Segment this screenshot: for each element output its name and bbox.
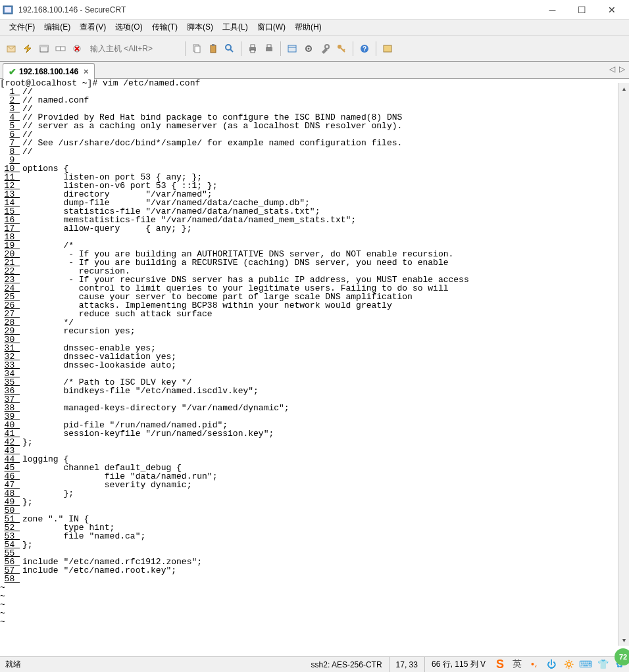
svg-line-15: [230, 49, 233, 52]
scroll-down-icon[interactable]: ▾: [618, 635, 629, 646]
separator: [241, 41, 241, 56]
find-icon[interactable]: [222, 41, 237, 56]
tabbar: ✔ 192.168.100.146 × ◁ ▷: [0, 62, 629, 79]
tab-next-icon[interactable]: ▷: [619, 64, 625, 74]
menu-tools[interactable]: 工具(L): [218, 20, 252, 34]
menu-window[interactable]: 窗口(W): [253, 20, 289, 34]
sogou-icon[interactable]: S: [493, 658, 507, 671]
svg-rect-19: [266, 47, 272, 51]
svg-rect-12: [211, 45, 216, 53]
print-icon[interactable]: [245, 41, 260, 56]
close-button[interactable]: ✕: [597, 1, 626, 19]
svg-point-24: [308, 47, 310, 49]
svg-text:?: ?: [363, 45, 366, 53]
separator: [280, 41, 281, 56]
connected-icon: ✔: [9, 66, 16, 77]
maximize-button[interactable]: ☐: [567, 1, 597, 19]
menu-transfer[interactable]: 传输(T): [148, 20, 182, 34]
help-icon[interactable]: ?: [357, 41, 372, 56]
tools-icon[interactable]: [318, 41, 332, 56]
quick-connect-icon[interactable]: [20, 41, 35, 56]
menu-options[interactable]: 选项(O): [111, 20, 146, 34]
key-icon[interactable]: [334, 41, 349, 56]
badge[interactable]: 72: [615, 648, 629, 665]
svg-rect-13: [212, 44, 214, 46]
tray-icon-2[interactable]: ⏻: [545, 658, 558, 671]
options-icon[interactable]: [285, 41, 299, 56]
separator: [353, 41, 353, 56]
copy-icon[interactable]: [189, 41, 204, 56]
menubar: 文件(F) 编辑(E) 查看(V) 选项(O) 传输(T) 脚本(S) 工具(L…: [0, 20, 629, 36]
menu-edit[interactable]: 编辑(E): [40, 20, 74, 34]
svg-rect-1: [5, 7, 11, 12]
svg-rect-5: [56, 47, 61, 51]
host-input[interactable]: [89, 43, 181, 55]
status-ready: 就绪: [5, 659, 21, 670]
svg-line-28: [343, 49, 345, 51]
svg-rect-4: [40, 45, 48, 47]
svg-rect-18: [251, 50, 255, 53]
separator: [185, 41, 186, 56]
keyboard-icon[interactable]: ⌨: [579, 658, 592, 671]
menu-help[interactable]: 帮助(H): [291, 20, 326, 34]
menu-file[interactable]: 文件(F): [5, 20, 39, 34]
print2-icon[interactable]: [262, 41, 276, 56]
tab-prev-icon[interactable]: ◁: [609, 64, 615, 74]
ime-icon[interactable]: 英: [511, 658, 524, 671]
tray-icon-3[interactable]: 🔅: [562, 658, 575, 671]
reconnect-icon[interactable]: [53, 41, 68, 56]
toolbar: ?: [0, 36, 629, 62]
svg-rect-20: [267, 45, 271, 47]
extra-icon[interactable]: [380, 41, 395, 56]
tray-icon-1[interactable]: •،: [528, 658, 541, 671]
scrollbar-vertical[interactable]: ▴ ▾: [618, 83, 629, 646]
svg-rect-21: [288, 45, 296, 52]
minimize-button[interactable]: ─: [538, 1, 567, 19]
svg-rect-6: [61, 47, 65, 51]
status-cipher: ssh2: AES-256-CTR: [305, 657, 390, 672]
connect-icon[interactable]: [4, 41, 18, 56]
app-icon: [3, 5, 13, 15]
tab-label: 192.168.100.146: [19, 67, 78, 76]
tab-close-icon[interactable]: ×: [84, 66, 89, 76]
svg-rect-31: [384, 45, 391, 52]
titlebar: 192.168.100.146 - SecureCRT ─ ☐ ✕: [0, 0, 629, 20]
status-dims: 66 行, 115 列 V: [425, 657, 492, 672]
separator: [376, 41, 376, 56]
tray-icon-4[interactable]: 👕: [596, 658, 609, 671]
window-title: 192.168.100.146 - SecureCRT: [18, 5, 538, 14]
scroll-up-icon[interactable]: ▴: [618, 83, 629, 94]
svg-point-14: [226, 45, 231, 50]
svg-rect-11: [195, 46, 200, 53]
tray: S 英 •، ⏻ 🔅 ⌨ 👕 ✿: [493, 658, 626, 671]
session-tab-icon[interactable]: [37, 41, 51, 56]
disconnect-icon[interactable]: [70, 41, 84, 56]
terminal[interactable]: [root@localhost ~]# vim /etc/named.conf1…: [0, 79, 629, 642]
paste-icon[interactable]: [206, 41, 220, 56]
status-cursor: 17, 33: [390, 657, 425, 672]
session-tab[interactable]: ✔ 192.168.100.146 ×: [3, 63, 95, 79]
menu-script[interactable]: 脚本(S): [183, 20, 217, 34]
svg-rect-17: [251, 45, 255, 47]
settings-icon[interactable]: [301, 41, 316, 56]
svg-point-25: [325, 45, 329, 49]
menu-view[interactable]: 查看(V): [76, 20, 110, 34]
